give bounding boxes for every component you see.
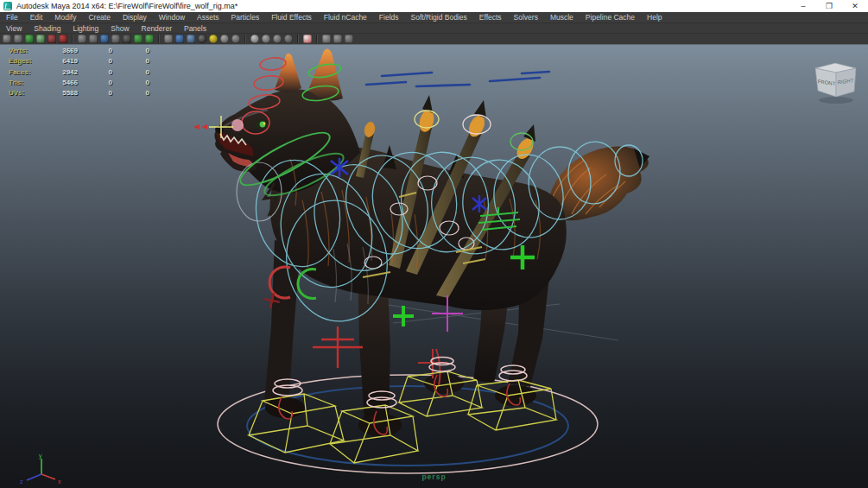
panel-menu-shading[interactable]: Shading: [28, 24, 67, 33]
hud-row-tris: Tris: 5466 0 0: [0, 78, 149, 88]
nose-red-arrows[interactable]: [193, 124, 207, 130]
menu-solvers[interactable]: Solvers: [508, 13, 544, 22]
menu-particles[interactable]: Particles: [225, 13, 266, 22]
poly-count-hud: Verts: 3669 0 0 Edges: 6419 0 0 Faces: 2…: [0, 46, 149, 98]
isolate-select-icon[interactable]: [303, 35, 312, 43]
textured-icon[interactable]: [187, 35, 195, 43]
red-cross-control-front[interactable]: [313, 326, 363, 368]
title-bar: Autodesk Maya 2014 x64: E:\FireWolf\Fire…: [0, 0, 868, 12]
xray-icon[interactable]: [322, 35, 331, 43]
y-axis-label: y: [39, 453, 42, 459]
camera-name-label: persp: [0, 472, 868, 481]
safe-title-icon[interactable]: [145, 35, 154, 43]
panel-menu-renderer[interactable]: Renderer: [136, 24, 178, 33]
bookmarks-icon[interactable]: [36, 35, 45, 43]
toolbar-separator: [297, 35, 299, 43]
menu-fluid-ncache[interactable]: Fluid nCache: [318, 13, 373, 22]
axis-tripod: y x z: [16, 451, 76, 488]
menu-fluid-effects[interactable]: Fluid Effects: [265, 13, 318, 22]
panel-menu-panels[interactable]: Panels: [178, 24, 212, 33]
hud-row-verts: Verts: 3669 0 0: [0, 46, 149, 56]
panel-menu-view[interactable]: View: [0, 24, 28, 33]
wireframe-icon[interactable]: [164, 35, 173, 43]
toolbar-separator: [158, 35, 160, 43]
menu-muscle[interactable]: Muscle: [544, 13, 580, 22]
use-all-lights-icon[interactable]: [209, 35, 218, 43]
menu-pipeline-cache[interactable]: Pipeline Cache: [580, 13, 641, 22]
maximize-button[interactable]: ❐: [816, 0, 842, 12]
menu-help[interactable]: Help: [641, 13, 668, 22]
gate-mask-icon[interactable]: [111, 35, 120, 43]
wolf-front-left-paw: [265, 397, 305, 418]
hud-row-faces: Faces: 2942 0 0: [0, 67, 149, 78]
menu-soft-rigid-bodies[interactable]: Soft/Rigid Bodies: [405, 13, 473, 22]
film-gate-icon[interactable]: [89, 35, 98, 43]
smooth-shade-icon[interactable]: [175, 35, 184, 43]
menu-display[interactable]: Display: [117, 13, 153, 22]
menu-create[interactable]: Create: [82, 13, 117, 22]
perspective-viewport[interactable]: Verts: 3669 0 0 Edges: 6419 0 0 Faces: 2…: [0, 44, 868, 488]
motion-blur-icon[interactable]: [250, 35, 259, 43]
grid-icon[interactable]: [78, 35, 86, 43]
screen-space-ao-icon[interactable]: [231, 35, 240, 43]
window-title: Autodesk Maya 2014 x64: E:\FireWolf\Fire…: [16, 2, 790, 10]
view-cube-shadow: [819, 97, 853, 104]
blue-stroke-controls[interactable]: [366, 72, 549, 86]
panel-menu-show[interactable]: Show: [105, 24, 135, 33]
field-chart-icon[interactable]: [123, 35, 131, 43]
maya-app-icon: [3, 2, 12, 10]
minimize-button[interactable]: –: [790, 0, 816, 12]
menu-edit[interactable]: Edit: [24, 13, 49, 22]
image-plane-icon[interactable]: [48, 35, 56, 43]
panel-menu-lighting[interactable]: Lighting: [67, 24, 105, 33]
plugin-display-filters-icon[interactable]: [345, 35, 353, 43]
two-d-pan-zoom-icon[interactable]: [59, 35, 67, 43]
safe-action-icon[interactable]: [134, 35, 143, 43]
exposure-icon[interactable]: [284, 35, 293, 43]
menu-file[interactable]: File: [0, 13, 24, 22]
panel-toolbar: [0, 34, 868, 44]
view-cube[interactable]: FRONT RIGHT: [810, 55, 862, 107]
camera-attributes-icon[interactable]: [25, 35, 34, 43]
window-controls: – ❐ ✕: [790, 0, 868, 12]
menu-modify[interactable]: Modify: [48, 13, 82, 22]
select-camera-icon[interactable]: [3, 35, 11, 43]
menu-fields[interactable]: Fields: [373, 13, 405, 22]
muzzle-control-dot[interactable]: [231, 119, 244, 131]
lock-camera-icon[interactable]: [14, 35, 22, 43]
menu-window[interactable]: Window: [153, 13, 191, 22]
wolf-eye-glint: [263, 123, 266, 125]
shadows-icon[interactable]: [220, 35, 229, 43]
xray-joints-icon[interactable]: [333, 35, 342, 43]
wolf-rear-right-paw: [495, 385, 536, 406]
scene-canvas[interactable]: [0, 45, 868, 488]
panel-menu-bar: View Shading Lighting Show Renderer Pane…: [0, 23, 868, 34]
hud-row-uvs: UVs: 5588 0 0: [0, 88, 149, 98]
green-plus-control-belly[interactable]: [393, 306, 414, 326]
resolution-gate-icon[interactable]: [100, 35, 109, 43]
menu-effects[interactable]: Effects: [473, 13, 508, 22]
hud-row-edges: Edges: 6419 0 0: [0, 56, 149, 67]
wolf-left-ear: [275, 54, 301, 92]
toolbar-separator: [72, 35, 73, 43]
use-default-material-icon[interactable]: [198, 35, 206, 43]
depth-of-field-icon[interactable]: [273, 35, 282, 43]
menu-assets[interactable]: Assets: [191, 13, 225, 22]
main-menu-bar: File Edit Modify Create Display Window A…: [0, 12, 868, 23]
toolbar-separator: [316, 35, 318, 43]
close-button[interactable]: ✕: [842, 0, 868, 12]
toolbar-separator: [244, 35, 246, 43]
multisample-aa-icon[interactable]: [262, 35, 270, 43]
